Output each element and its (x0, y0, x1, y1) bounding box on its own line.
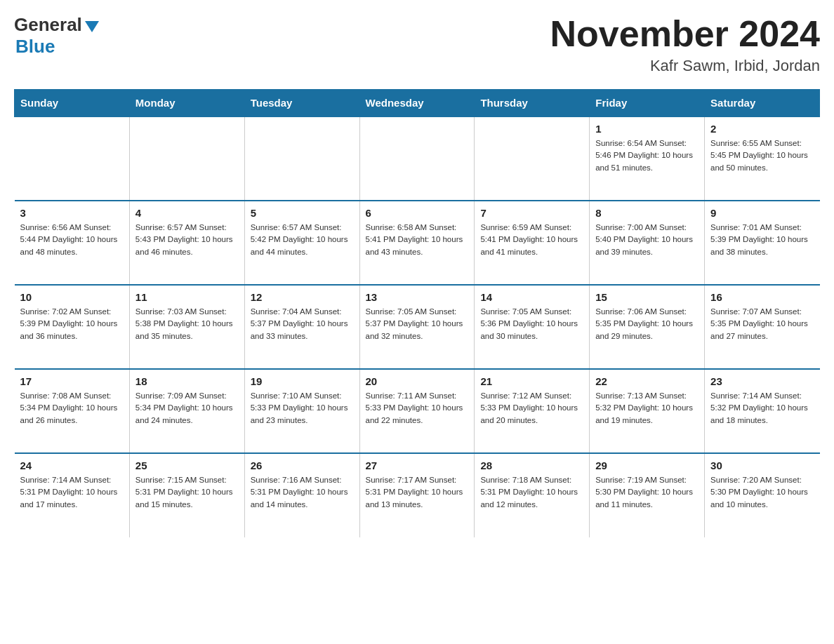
day-info: Sunrise: 7:05 AM Sunset: 5:37 PM Dayligh… (366, 306, 469, 342)
day-info: Sunrise: 7:07 AM Sunset: 5:35 PM Dayligh… (710, 306, 814, 342)
day-number: 8 (595, 207, 699, 219)
day-info: Sunrise: 6:58 AM Sunset: 5:41 PM Dayligh… (366, 222, 469, 258)
day-number: 9 (710, 207, 814, 219)
day-cell: 16Sunrise: 7:07 AM Sunset: 5:35 PM Dayli… (705, 285, 820, 369)
week-row-5: 24Sunrise: 7:14 AM Sunset: 5:31 PM Dayli… (15, 453, 820, 537)
day-cell: 26Sunrise: 7:16 AM Sunset: 5:31 PM Dayli… (244, 453, 359, 537)
day-cell: 6Sunrise: 6:58 AM Sunset: 5:41 PM Daylig… (359, 201, 475, 285)
day-cell: 17Sunrise: 7:08 AM Sunset: 5:34 PM Dayli… (15, 369, 130, 453)
day-number: 30 (710, 459, 814, 471)
calendar-header: SundayMondayTuesdayWednesdayThursdayFrid… (15, 90, 820, 117)
day-cell: 23Sunrise: 7:14 AM Sunset: 5:32 PM Dayli… (705, 369, 820, 453)
day-cell: 20Sunrise: 7:11 AM Sunset: 5:33 PM Dayli… (359, 369, 475, 453)
day-cell: 12Sunrise: 7:04 AM Sunset: 5:37 PM Dayli… (244, 285, 359, 369)
day-cell (359, 116, 475, 201)
day-info: Sunrise: 7:18 AM Sunset: 5:31 PM Dayligh… (480, 474, 583, 511)
day-number: 20 (366, 375, 469, 387)
month-title: November 2024 (550, 14, 820, 54)
day-cell: 7Sunrise: 6:59 AM Sunset: 5:41 PM Daylig… (475, 201, 590, 285)
day-number: 24 (20, 459, 124, 471)
day-cell: 10Sunrise: 7:02 AM Sunset: 5:39 PM Dayli… (15, 285, 130, 369)
day-cell: 15Sunrise: 7:06 AM Sunset: 5:35 PM Dayli… (590, 285, 705, 369)
day-cell: 8Sunrise: 7:00 AM Sunset: 5:40 PM Daylig… (590, 201, 705, 285)
day-cell: 25Sunrise: 7:15 AM Sunset: 5:31 PM Dayli… (129, 453, 244, 537)
day-cell: 19Sunrise: 7:10 AM Sunset: 5:33 PM Dayli… (244, 369, 359, 453)
day-cell: 11Sunrise: 7:03 AM Sunset: 5:38 PM Dayli… (129, 285, 244, 369)
day-info: Sunrise: 7:11 AM Sunset: 5:33 PM Dayligh… (366, 390, 469, 427)
day-number: 10 (20, 291, 124, 303)
day-cell: 21Sunrise: 7:12 AM Sunset: 5:33 PM Dayli… (475, 369, 590, 453)
header-cell-monday: Monday (129, 90, 244, 117)
day-number: 29 (595, 459, 699, 471)
day-number: 7 (480, 207, 583, 219)
logo-general-text: General (14, 14, 82, 36)
day-info: Sunrise: 7:01 AM Sunset: 5:39 PM Dayligh… (710, 222, 814, 258)
day-info: Sunrise: 7:06 AM Sunset: 5:35 PM Dayligh… (595, 306, 699, 342)
day-info: Sunrise: 7:08 AM Sunset: 5:34 PM Dayligh… (20, 390, 124, 427)
day-info: Sunrise: 7:05 AM Sunset: 5:36 PM Dayligh… (480, 306, 583, 342)
logo-top-line: General (14, 14, 99, 36)
day-number: 15 (595, 291, 699, 303)
day-number: 14 (480, 291, 583, 303)
day-cell (129, 116, 244, 201)
title-block: November 2024 Kafr Sawm, Irbid, Jordan (550, 14, 820, 75)
day-cell: 29Sunrise: 7:19 AM Sunset: 5:30 PM Dayli… (590, 453, 705, 537)
day-number: 11 (135, 291, 239, 303)
day-number: 25 (135, 459, 239, 471)
header-cell-sunday: Sunday (15, 90, 130, 117)
day-info: Sunrise: 6:59 AM Sunset: 5:41 PM Dayligh… (480, 222, 583, 258)
day-cell: 13Sunrise: 7:05 AM Sunset: 5:37 PM Dayli… (359, 285, 475, 369)
week-row-4: 17Sunrise: 7:08 AM Sunset: 5:34 PM Dayli… (15, 369, 820, 453)
page-header: General Blue November 2024 Kafr Sawm, Ir… (14, 14, 820, 75)
day-info: Sunrise: 7:19 AM Sunset: 5:30 PM Dayligh… (595, 474, 699, 511)
day-info: Sunrise: 7:20 AM Sunset: 5:30 PM Dayligh… (710, 474, 814, 511)
day-cell: 9Sunrise: 7:01 AM Sunset: 5:39 PM Daylig… (705, 201, 820, 285)
day-info: Sunrise: 6:55 AM Sunset: 5:45 PM Dayligh… (710, 137, 814, 174)
day-info: Sunrise: 7:00 AM Sunset: 5:40 PM Dayligh… (595, 222, 699, 258)
day-number: 3 (20, 207, 124, 219)
header-cell-wednesday: Wednesday (359, 90, 475, 117)
day-number: 19 (251, 375, 354, 387)
calendar-table: SundayMondayTuesdayWednesdayThursdayFrid… (14, 89, 820, 537)
day-cell: 18Sunrise: 7:09 AM Sunset: 5:34 PM Dayli… (129, 369, 244, 453)
day-info: Sunrise: 6:54 AM Sunset: 5:46 PM Dayligh… (595, 137, 699, 174)
day-info: Sunrise: 7:10 AM Sunset: 5:33 PM Dayligh… (251, 390, 354, 427)
week-row-1: 1Sunrise: 6:54 AM Sunset: 5:46 PM Daylig… (15, 116, 820, 201)
day-cell: 1Sunrise: 6:54 AM Sunset: 5:46 PM Daylig… (590, 116, 705, 201)
day-cell: 24Sunrise: 7:14 AM Sunset: 5:31 PM Dayli… (15, 453, 130, 537)
logo-triangle-icon (85, 21, 99, 32)
header-row: SundayMondayTuesdayWednesdayThursdayFrid… (15, 90, 820, 117)
day-cell: 28Sunrise: 7:18 AM Sunset: 5:31 PM Dayli… (475, 453, 590, 537)
day-info: Sunrise: 7:04 AM Sunset: 5:37 PM Dayligh… (251, 306, 354, 342)
day-number: 23 (710, 375, 814, 387)
day-info: Sunrise: 7:09 AM Sunset: 5:34 PM Dayligh… (135, 390, 239, 427)
header-cell-friday: Friday (590, 90, 705, 117)
week-row-3: 10Sunrise: 7:02 AM Sunset: 5:39 PM Dayli… (15, 285, 820, 369)
day-info: Sunrise: 7:12 AM Sunset: 5:33 PM Dayligh… (480, 390, 583, 427)
day-number: 4 (135, 207, 239, 219)
header-cell-tuesday: Tuesday (244, 90, 359, 117)
calendar-body: 1Sunrise: 6:54 AM Sunset: 5:46 PM Daylig… (15, 116, 820, 537)
day-number: 13 (366, 291, 469, 303)
week-row-2: 3Sunrise: 6:56 AM Sunset: 5:44 PM Daylig… (15, 201, 820, 285)
day-number: 21 (480, 375, 583, 387)
day-cell (15, 116, 130, 201)
header-cell-thursday: Thursday (475, 90, 590, 117)
day-number: 6 (366, 207, 469, 219)
day-info: Sunrise: 7:14 AM Sunset: 5:31 PM Dayligh… (20, 474, 124, 511)
day-cell: 14Sunrise: 7:05 AM Sunset: 5:36 PM Dayli… (475, 285, 590, 369)
day-info: Sunrise: 7:17 AM Sunset: 5:31 PM Dayligh… (366, 474, 469, 511)
logo-bottom-line: Blue (14, 36, 99, 58)
day-cell: 5Sunrise: 6:57 AM Sunset: 5:42 PM Daylig… (244, 201, 359, 285)
day-number: 22 (595, 375, 699, 387)
day-number: 2 (710, 123, 814, 135)
day-number: 18 (135, 375, 239, 387)
day-number: 26 (251, 459, 354, 471)
day-cell (244, 116, 359, 201)
day-cell (475, 116, 590, 201)
day-info: Sunrise: 7:15 AM Sunset: 5:31 PM Dayligh… (135, 474, 239, 511)
day-info: Sunrise: 7:16 AM Sunset: 5:31 PM Dayligh… (251, 474, 354, 511)
day-cell: 27Sunrise: 7:17 AM Sunset: 5:31 PM Dayli… (359, 453, 475, 537)
logo-blue-text: Blue (15, 36, 55, 58)
day-number: 16 (710, 291, 814, 303)
